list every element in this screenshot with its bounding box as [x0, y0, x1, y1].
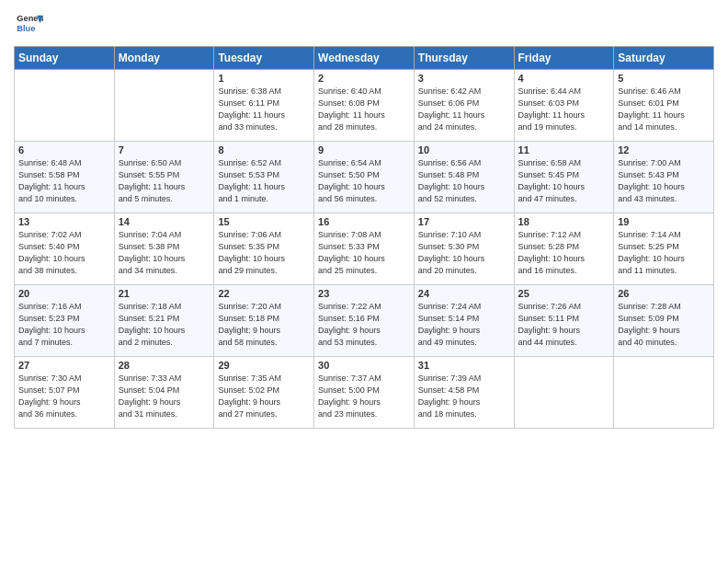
day-number: 27	[18, 360, 110, 371]
week-row-2: 6Sunrise: 6:48 AM Sunset: 5:58 PM Daylig…	[15, 142, 714, 213]
day-detail: Sunrise: 6:56 AM Sunset: 5:48 PM Dayligh…	[418, 157, 510, 205]
day-cell: 3Sunrise: 6:42 AM Sunset: 6:06 PM Daylig…	[414, 70, 514, 142]
day-detail: Sunrise: 7:26 AM Sunset: 5:11 PM Dayligh…	[518, 301, 610, 349]
day-cell: 31Sunrise: 7:39 AM Sunset: 4:58 PM Dayli…	[414, 357, 514, 429]
day-cell: 30Sunrise: 7:37 AM Sunset: 5:00 PM Dayli…	[314, 357, 415, 429]
day-number: 9	[318, 144, 410, 155]
day-cell: 9Sunrise: 6:54 AM Sunset: 5:50 PM Daylig…	[314, 142, 415, 213]
week-row-1: 1Sunrise: 6:38 AM Sunset: 6:11 PM Daylig…	[15, 70, 714, 142]
weekday-saturday: Saturday	[614, 47, 714, 70]
day-number: 25	[518, 288, 610, 299]
day-detail: Sunrise: 6:44 AM Sunset: 6:03 PM Dayligh…	[518, 86, 610, 133]
weekday-tuesday: Tuesday	[214, 47, 314, 70]
day-number: 8	[218, 144, 310, 155]
day-cell: 4Sunrise: 6:44 AM Sunset: 6:03 PM Daylig…	[514, 70, 614, 142]
day-cell: 21Sunrise: 7:18 AM Sunset: 5:21 PM Dayli…	[114, 285, 214, 357]
day-detail: Sunrise: 7:02 AM Sunset: 5:40 PM Dayligh…	[18, 229, 110, 277]
day-detail: Sunrise: 7:14 AM Sunset: 5:25 PM Dayligh…	[618, 229, 710, 277]
day-number: 6	[18, 144, 110, 155]
day-detail: Sunrise: 7:39 AM Sunset: 4:58 PM Dayligh…	[418, 373, 510, 420]
logo-icon: General Blue	[14, 9, 43, 39]
day-detail: Sunrise: 7:35 AM Sunset: 5:02 PM Dayligh…	[218, 373, 310, 420]
day-cell: 23Sunrise: 7:22 AM Sunset: 5:16 PM Dayli…	[314, 285, 415, 357]
day-number: 24	[418, 288, 510, 299]
day-number: 7	[119, 144, 210, 155]
day-cell: 11Sunrise: 6:58 AM Sunset: 5:45 PM Dayli…	[514, 142, 614, 213]
day-detail: Sunrise: 7:28 AM Sunset: 5:09 PM Dayligh…	[618, 301, 710, 349]
day-number: 21	[119, 288, 210, 299]
day-number: 10	[418, 144, 510, 155]
header: General Blue	[14, 9, 714, 39]
day-detail: Sunrise: 7:20 AM Sunset: 5:18 PM Dayligh…	[218, 301, 310, 349]
week-row-3: 13Sunrise: 7:02 AM Sunset: 5:40 PM Dayli…	[15, 213, 714, 285]
day-cell: 18Sunrise: 7:12 AM Sunset: 5:28 PM Dayli…	[514, 213, 614, 285]
day-cell: 24Sunrise: 7:24 AM Sunset: 5:14 PM Dayli…	[414, 285, 514, 357]
day-cell: 27Sunrise: 7:30 AM Sunset: 5:07 PM Dayli…	[15, 357, 115, 429]
day-detail: Sunrise: 7:06 AM Sunset: 5:35 PM Dayligh…	[218, 229, 310, 277]
day-number: 1	[218, 73, 310, 84]
day-detail: Sunrise: 6:40 AM Sunset: 6:08 PM Dayligh…	[318, 86, 410, 133]
weekday-monday: Monday	[114, 47, 214, 70]
day-detail: Sunrise: 6:50 AM Sunset: 5:55 PM Dayligh…	[119, 157, 210, 205]
day-number: 16	[318, 216, 410, 227]
weekday-header-row: SundayMondayTuesdayWednesdayThursdayFrid…	[15, 47, 714, 70]
day-detail: Sunrise: 6:52 AM Sunset: 5:53 PM Dayligh…	[218, 157, 310, 205]
day-cell: 5Sunrise: 6:46 AM Sunset: 6:01 PM Daylig…	[614, 70, 714, 142]
weekday-friday: Friday	[514, 47, 614, 70]
weekday-sunday: Sunday	[15, 47, 115, 70]
day-number: 28	[119, 360, 210, 371]
day-cell: 7Sunrise: 6:50 AM Sunset: 5:55 PM Daylig…	[114, 142, 214, 213]
day-cell	[114, 70, 214, 142]
day-cell: 12Sunrise: 7:00 AM Sunset: 5:43 PM Dayli…	[614, 142, 714, 213]
day-cell: 19Sunrise: 7:14 AM Sunset: 5:25 PM Dayli…	[614, 213, 714, 285]
svg-text:Blue: Blue	[17, 24, 35, 33]
day-cell: 20Sunrise: 7:16 AM Sunset: 5:23 PM Dayli…	[15, 285, 115, 357]
day-cell: 1Sunrise: 6:38 AM Sunset: 6:11 PM Daylig…	[214, 70, 314, 142]
day-detail: Sunrise: 7:30 AM Sunset: 5:07 PM Dayligh…	[18, 373, 110, 420]
day-detail: Sunrise: 7:10 AM Sunset: 5:30 PM Dayligh…	[418, 229, 510, 277]
day-cell: 22Sunrise: 7:20 AM Sunset: 5:18 PM Dayli…	[214, 285, 314, 357]
day-number: 22	[218, 288, 310, 299]
day-detail: Sunrise: 7:24 AM Sunset: 5:14 PM Dayligh…	[418, 301, 510, 349]
day-cell: 13Sunrise: 7:02 AM Sunset: 5:40 PM Dayli…	[15, 213, 115, 285]
day-detail: Sunrise: 6:54 AM Sunset: 5:50 PM Dayligh…	[318, 157, 410, 205]
weekday-wednesday: Wednesday	[314, 47, 415, 70]
day-number: 18	[518, 216, 610, 227]
day-detail: Sunrise: 6:42 AM Sunset: 6:06 PM Dayligh…	[418, 86, 510, 133]
day-number: 26	[618, 288, 710, 299]
day-number: 13	[18, 216, 110, 227]
day-cell: 17Sunrise: 7:10 AM Sunset: 5:30 PM Dayli…	[414, 213, 514, 285]
day-detail: Sunrise: 7:08 AM Sunset: 5:33 PM Dayligh…	[318, 229, 410, 277]
day-cell: 28Sunrise: 7:33 AM Sunset: 5:04 PM Dayli…	[114, 357, 214, 429]
day-number: 5	[618, 73, 710, 84]
day-detail: Sunrise: 7:33 AM Sunset: 5:04 PM Dayligh…	[119, 373, 210, 420]
day-detail: Sunrise: 6:48 AM Sunset: 5:58 PM Dayligh…	[18, 157, 110, 205]
day-number: 12	[618, 144, 710, 155]
day-cell: 25Sunrise: 7:26 AM Sunset: 5:11 PM Dayli…	[514, 285, 614, 357]
day-cell: 8Sunrise: 6:52 AM Sunset: 5:53 PM Daylig…	[214, 142, 314, 213]
day-detail: Sunrise: 7:16 AM Sunset: 5:23 PM Dayligh…	[18, 301, 110, 349]
page: General Blue SundayMondayTuesdayWednesda…	[0, 0, 728, 563]
day-number: 3	[418, 73, 510, 84]
day-detail: Sunrise: 7:12 AM Sunset: 5:28 PM Dayligh…	[518, 229, 610, 277]
day-number: 29	[218, 360, 310, 371]
day-number: 30	[318, 360, 410, 371]
day-number: 31	[418, 360, 510, 371]
day-cell: 2Sunrise: 6:40 AM Sunset: 6:08 PM Daylig…	[314, 70, 415, 142]
week-row-5: 27Sunrise: 7:30 AM Sunset: 5:07 PM Dayli…	[15, 357, 714, 429]
day-detail: Sunrise: 7:18 AM Sunset: 5:21 PM Dayligh…	[119, 301, 210, 349]
day-number: 23	[318, 288, 410, 299]
calendar-table: SundayMondayTuesdayWednesdayThursdayFrid…	[14, 46, 714, 429]
day-cell: 6Sunrise: 6:48 AM Sunset: 5:58 PM Daylig…	[15, 142, 115, 213]
day-detail: Sunrise: 7:37 AM Sunset: 5:00 PM Dayligh…	[318, 373, 410, 420]
day-number: 2	[318, 73, 410, 84]
day-detail: Sunrise: 7:22 AM Sunset: 5:16 PM Dayligh…	[318, 301, 410, 349]
day-cell: 10Sunrise: 6:56 AM Sunset: 5:48 PM Dayli…	[414, 142, 514, 213]
day-detail: Sunrise: 6:46 AM Sunset: 6:01 PM Dayligh…	[618, 86, 710, 133]
day-detail: Sunrise: 6:38 AM Sunset: 6:11 PM Dayligh…	[218, 86, 310, 133]
day-number: 4	[518, 73, 610, 84]
day-number: 17	[418, 216, 510, 227]
day-number: 15	[218, 216, 310, 227]
logo: General Blue	[14, 9, 47, 39]
day-cell	[514, 357, 614, 429]
